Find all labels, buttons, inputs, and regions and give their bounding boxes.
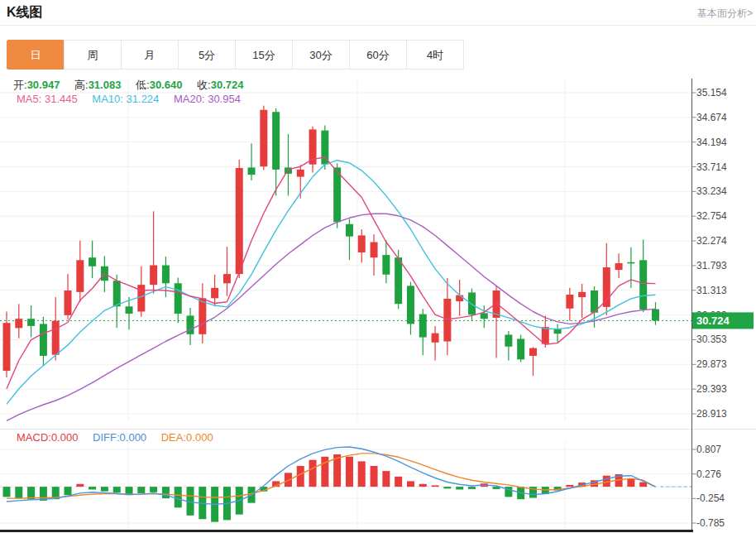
macd-bar [419, 484, 427, 487]
fundamental-analysis-link[interactable]: 基本面分析> [697, 7, 753, 21]
candle-body [346, 224, 353, 237]
macd-bar [395, 477, 402, 487]
candle-body [321, 131, 328, 165]
ma20-line [7, 214, 656, 420]
y-axis-label: 31.793 [696, 260, 727, 271]
tab-period-0[interactable]: 日 [7, 40, 65, 70]
candle-body [3, 323, 11, 371]
candle-body [333, 167, 341, 222]
candle-body [126, 306, 133, 314]
macd-bar [175, 487, 182, 507]
kline-page: 35.15434.67434.19433.71433.23432.75432.2… [0, 0, 756, 533]
diff-line [7, 447, 656, 504]
macd-bar [566, 485, 573, 487]
tab-period-6[interactable]: 60分 [349, 40, 407, 70]
macd-bar [432, 485, 439, 487]
macd-bar [371, 466, 378, 487]
y-axis-label: 35.154 [696, 87, 727, 98]
candle-body [456, 295, 463, 301]
macd-bar [113, 487, 121, 492]
diff-label: DIFF: [93, 431, 120, 444]
ma10-value: 31.224 [127, 93, 160, 105]
page-title: K线图 [7, 4, 43, 22]
macd-bar [89, 487, 96, 489]
macd-bar [627, 478, 634, 487]
macd-axis-label: -0.254 [696, 492, 725, 504]
ma5-value: 31.445 [45, 93, 78, 105]
macd-bar [76, 484, 84, 487]
close-value: 30.724 [211, 79, 244, 91]
candle-body [554, 329, 562, 334]
candle-body [260, 110, 267, 166]
candle-body [615, 263, 623, 270]
candle-body [517, 339, 524, 359]
diff-value: 0.000 [120, 431, 147, 444]
candle-body [627, 262, 634, 264]
macd-bar [65, 487, 72, 495]
dea-label: DEA: [161, 431, 186, 444]
low-value: 30.640 [150, 79, 183, 91]
candle-body [236, 168, 243, 274]
macd-bar [3, 487, 11, 497]
macd-bar [443, 487, 451, 488]
y-axis-label: 28.913 [696, 408, 727, 420]
candle-body [187, 315, 194, 334]
ma10-label: MA10: [92, 93, 123, 105]
candle-body [358, 235, 366, 252]
candle-body [481, 313, 488, 319]
tab-period-2[interactable]: 月 [121, 40, 179, 70]
macd-bar [468, 487, 476, 489]
ma-readout: MA5: 31.445 MA10: 31.224 MA20: 30.954 [17, 93, 252, 105]
period-tab-strip: 日周月5分15分30分60分4时 [7, 40, 464, 70]
candle-body [27, 319, 35, 326]
ma10-line [7, 161, 656, 405]
y-axis-label: 30.353 [696, 334, 727, 345]
tab-period-7[interactable]: 4时 [406, 40, 464, 70]
close-label: 收: [197, 79, 211, 91]
candle-body [639, 260, 647, 310]
y-axis-label: 29.873 [696, 358, 727, 370]
macd-axis-label: 0.807 [696, 444, 721, 455]
y-axis-label: 34.674 [696, 112, 727, 123]
candle-body [419, 315, 427, 338]
candle-body [371, 242, 378, 258]
macd-bar [358, 461, 366, 487]
candle-body [382, 255, 390, 275]
candle-body [52, 321, 60, 355]
candle-body [150, 266, 157, 286]
macd-value: 0.000 [51, 431, 79, 444]
tab-period-4[interactable]: 15分 [235, 40, 293, 70]
candle-body [113, 281, 121, 306]
macd-label: MACD: [17, 431, 51, 444]
candle-body [162, 266, 170, 284]
candle-body [468, 292, 476, 315]
high-label: 高: [74, 79, 89, 91]
macd-bar [309, 460, 317, 487]
y-axis-label: 29.393 [696, 383, 727, 395]
current-price-tag-text: 30.724 [696, 315, 730, 327]
candle-body [529, 348, 537, 356]
ma5-label: MA5: [17, 93, 41, 105]
tab-period-3[interactable]: 5分 [178, 40, 236, 70]
candle-body [223, 274, 231, 283]
candle-body [199, 298, 206, 334]
macd-bar [150, 487, 157, 492]
macd-bar [15, 487, 22, 498]
macd-bar [162, 487, 170, 498]
macd-bar [346, 457, 353, 487]
tab-period-1[interactable]: 周 [64, 40, 122, 70]
candle-body [395, 257, 402, 304]
tab-period-5[interactable]: 30分 [292, 40, 350, 70]
candle-body [175, 283, 182, 314]
macd-bar [382, 471, 390, 487]
ohlc-readout: 开:30.947 高:31.083 低:30.640 收:30.724 [13, 78, 255, 93]
macd-bar [137, 487, 145, 493]
candle-body [432, 334, 439, 343]
candle-body [297, 170, 304, 177]
dea-value: 0.000 [186, 431, 213, 444]
candle-body [76, 260, 84, 292]
macd-bar [101, 487, 108, 492]
y-axis-label: 33.714 [696, 161, 727, 173]
candle-body [542, 327, 549, 344]
candle-body [407, 286, 414, 324]
